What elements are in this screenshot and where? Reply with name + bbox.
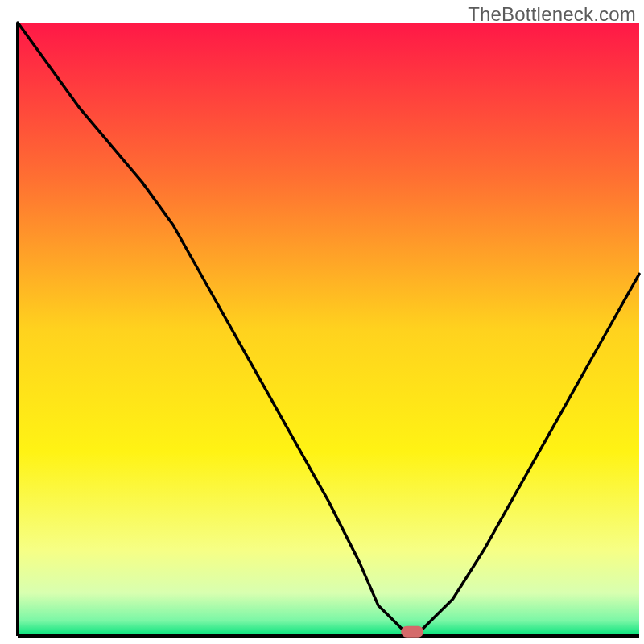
watermark-text: TheBottleneck.com xyxy=(468,3,636,26)
bottleneck-chart xyxy=(0,0,644,644)
minimum-marker xyxy=(401,626,423,638)
chart-container: TheBottleneck.com xyxy=(0,0,644,644)
gradient-background xyxy=(18,23,639,636)
